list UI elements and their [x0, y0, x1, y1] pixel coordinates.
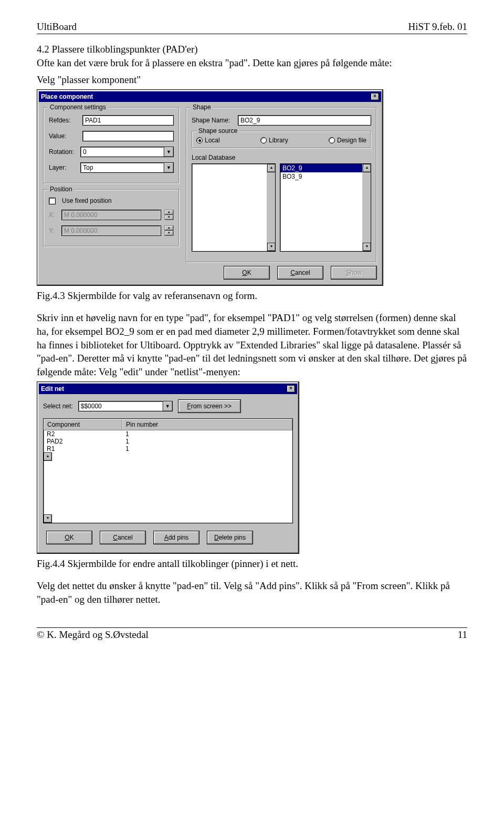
footer-left: © K. Megård og S.Øvstedal: [37, 629, 149, 641]
add-pins-button[interactable]: Add pins: [153, 531, 200, 544]
dialog-title: Edit net: [41, 385, 64, 393]
chevron-down-icon[interactable]: ▼: [164, 147, 174, 157]
local-db-left-list[interactable]: ▴ ▾: [192, 163, 276, 252]
cancel-button[interactable]: Cancel: [100, 531, 146, 544]
value-input[interactable]: [82, 131, 174, 141]
dialog-titlebar[interactable]: Place component ×: [39, 91, 381, 102]
place-component-dialog: Place component × Component settings Ref…: [37, 89, 383, 286]
cell-component: PAD2: [44, 438, 122, 445]
layer-label: Layer:: [49, 164, 77, 171]
table-header: Component Pin number: [44, 419, 292, 430]
section-heading: 4.2 Plassere tilkoblingspunkter (PAD'er): [37, 44, 467, 55]
net-table[interactable]: Component Pin number R2 1 PAD2 1 R1 1 ▴ …: [43, 418, 293, 523]
radio-icon[interactable]: [196, 137, 203, 143]
radio-library-label: Library: [269, 137, 288, 144]
ok-button[interactable]: OK: [224, 266, 270, 280]
end-paragraph: Velg det nettet du ønsker å knytte "pad-…: [37, 579, 467, 606]
y-input: [61, 225, 161, 236]
dialog-titlebar[interactable]: Edit net ×: [39, 384, 297, 394]
x-input: [61, 210, 161, 220]
figure-caption-1: Fig.4.3 Skjermbilde for valg av referans…: [37, 290, 467, 302]
radio-library[interactable]: Library: [260, 137, 288, 144]
layer-select[interactable]: [80, 162, 164, 173]
radio-local-label: Local: [205, 137, 220, 144]
refdes-input[interactable]: [82, 115, 174, 126]
col-pin[interactable]: Pin number: [122, 419, 292, 430]
table-row[interactable]: R1 1: [44, 445, 292, 452]
ok-button[interactable]: OK: [46, 531, 92, 544]
cell-component: R1: [44, 445, 122, 452]
edit-net-dialog: Edit net × Select net: ▼ From screen >> …: [37, 382, 299, 554]
shape-source-group: Shape source Local Library: [192, 131, 371, 149]
delete-pins-button[interactable]: Delete pins: [207, 531, 253, 544]
refdes-label: Refdes:: [49, 117, 79, 124]
shape-name-label: Shape Name:: [192, 117, 235, 124]
radio-icon[interactable]: [329, 137, 335, 143]
component-settings-legend: Component settings: [48, 104, 108, 111]
scroll-up-icon[interactable]: ▴: [267, 164, 276, 172]
dialog-title: Place component: [41, 93, 93, 100]
local-database-label: Local Database: [192, 154, 371, 161]
local-db-right-list[interactable]: BO2_9 BO3_9 ▴ ▾: [280, 163, 371, 252]
cell-pin: 1: [122, 430, 292, 438]
cell-component: R2: [44, 430, 122, 438]
scroll-down-icon[interactable]: ▾: [44, 514, 52, 523]
list-item[interactable]: BO3_9: [280, 172, 371, 181]
scroll-up-icon[interactable]: ▴: [44, 452, 52, 461]
from-screen-button[interactable]: From screen >>: [178, 399, 241, 413]
intro-paragraph-1: Ofte kan det være bruk for å plassere en…: [37, 56, 467, 70]
component-settings-group: Component settings Refdes: Value: Rotati…: [43, 107, 180, 184]
shape-group: Shape Shape Name: Shape source Local: [186, 107, 377, 263]
spin-up-icon[interactable]: ▴: [164, 210, 174, 215]
close-icon[interactable]: ×: [371, 93, 379, 100]
value-label: Value:: [49, 132, 79, 140]
footer-page-number: 11: [458, 629, 467, 641]
position-group: Position Use fixed position X: ▴ ▾: [43, 189, 180, 247]
position-legend: Position: [48, 185, 75, 193]
fixed-position-checkbox[interactable]: [49, 198, 56, 204]
header-right: HiST 9.feb. 01: [408, 21, 467, 33]
spin-down-icon[interactable]: ▾: [164, 231, 174, 236]
table-row[interactable]: R2 1: [44, 430, 292, 438]
cell-pin: 1: [122, 445, 292, 452]
select-net-dropdown[interactable]: [78, 401, 163, 411]
scroll-up-icon[interactable]: ▴: [363, 164, 371, 172]
cancel-button[interactable]: Cancel: [277, 266, 323, 280]
y-label: Y:: [49, 227, 58, 234]
close-icon[interactable]: ×: [287, 385, 295, 393]
shape-name-input[interactable]: [238, 115, 371, 126]
intro-paragraph-2: Velg "plasser komponent": [37, 73, 467, 87]
spin-down-icon[interactable]: ▾: [164, 215, 174, 220]
figure-caption-2: Fig.4.4 Skjermbilde for endre antall til…: [37, 558, 467, 570]
rotation-select[interactable]: [80, 147, 164, 157]
scrollbar[interactable]: ▴ ▾: [267, 164, 275, 251]
radio-local[interactable]: Local: [196, 137, 220, 144]
header-left: UltiBoard: [37, 21, 77, 33]
page-header: UltiBoard HiST 9.feb. 01: [37, 21, 467, 34]
chevron-down-icon[interactable]: ▼: [163, 401, 173, 411]
show-button: Show: [331, 266, 377, 280]
col-component[interactable]: Component: [44, 419, 122, 430]
page-footer: © K. Megård og S.Øvstedal 11: [37, 627, 467, 641]
select-net-label: Select net:: [43, 403, 73, 410]
table-row[interactable]: PAD2 1: [44, 438, 292, 445]
mid-paragraph: Skriv inn et høvelig navn for en type "p…: [37, 311, 467, 378]
rotation-label: Rotation:: [49, 148, 77, 156]
radio-design-file[interactable]: Design file: [329, 137, 366, 144]
scroll-down-icon[interactable]: ▾: [363, 243, 371, 251]
list-item[interactable]: BO2_9: [280, 164, 371, 172]
x-label: X:: [49, 211, 58, 219]
radio-design-file-label: Design file: [337, 137, 366, 144]
fixed-position-label: Use fixed position: [62, 197, 112, 204]
scroll-down-icon[interactable]: ▾: [267, 243, 276, 251]
shape-legend: Shape: [191, 104, 213, 111]
scrollbar[interactable]: ▴ ▾: [362, 164, 371, 251]
spin-up-icon[interactable]: ▴: [164, 225, 174, 231]
scrollbar[interactable]: ▴ ▾: [44, 452, 292, 461]
chevron-down-icon[interactable]: ▼: [164, 162, 174, 173]
cell-pin: 1: [122, 438, 292, 445]
shape-source-legend: Shape source: [196, 127, 239, 135]
radio-icon[interactable]: [260, 137, 267, 143]
